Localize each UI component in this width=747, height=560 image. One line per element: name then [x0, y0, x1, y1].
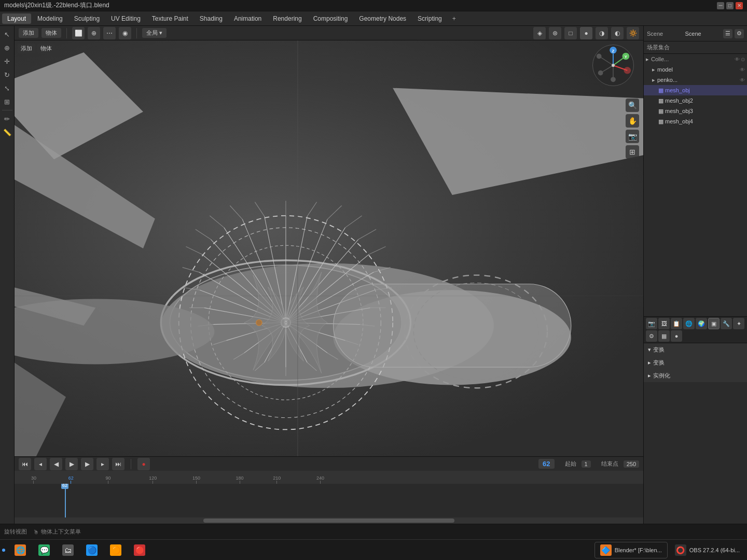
xray-btn[interactable]: □: [564, 27, 577, 39]
outliner-item-penko[interactable]: ▸ penko... 👁: [644, 75, 747, 85]
svg-point-87: [611, 77, 616, 82]
outliner-item-mesh4[interactable]: ▦ mesh_obj4: [644, 116, 747, 127]
viewlayer-props-btn[interactable]: 📋: [671, 318, 682, 329]
end-frame[interactable]: 250: [624, 460, 639, 468]
world-props-btn[interactable]: 🌍: [696, 318, 707, 329]
scene-settings-btn[interactable]: ⚙: [735, 29, 744, 38]
solid-shading-btn[interactable]: ●: [580, 27, 592, 39]
tool-transform[interactable]: ⊞: [1, 95, 13, 108]
taskbar-obs[interactable]: ⭕ OBS 27.2.4 (64-bi...: [670, 542, 745, 558]
taskbar-files[interactable]: 🗂: [57, 542, 79, 558]
tool-measure[interactable]: 📏: [1, 126, 13, 138]
tab-animation[interactable]: Animation: [229, 13, 267, 24]
timeline-first-frame-btn[interactable]: ⏮: [19, 458, 31, 470]
timeline-play-btn[interactable]: ▶: [65, 458, 78, 470]
zoom-in-icon[interactable]: 🔍: [626, 99, 639, 112]
close-btn[interactable]: ✕: [736, 2, 743, 9]
outliner-item-model[interactable]: ▸ model 👁: [644, 64, 747, 75]
physics-props-btn[interactable]: ⚙: [646, 330, 657, 342]
taskbar-blender[interactable]: 🔷 Blender* [F:\blen...: [594, 542, 668, 558]
taskbar-app4[interactable]: 🔵: [81, 542, 103, 558]
render-props-btn[interactable]: 📷: [646, 318, 657, 329]
tab-uv-editing[interactable]: UV Editing: [106, 13, 146, 24]
gizmo-btn[interactable]: ⊛: [549, 27, 561, 39]
add-mode-btn[interactable]: 添加: [18, 44, 35, 53]
taskbar-app5[interactable]: 🟠: [105, 542, 127, 558]
global-transform-btn[interactable]: 全局 ▾: [142, 28, 167, 38]
output-props-btn[interactable]: 🖼: [658, 318, 670, 329]
particles-props-btn[interactable]: ✦: [733, 318, 744, 329]
minimize-btn[interactable]: ─: [717, 2, 724, 9]
overlays-btn[interactable]: ◈: [533, 27, 546, 39]
timeline-playhead[interactable]: 62: [65, 484, 66, 517]
tool-move[interactable]: ✛: [1, 55, 13, 67]
modifier-props-btn[interactable]: 🔧: [721, 318, 732, 329]
snap-icon[interactable]: ⋯: [103, 27, 116, 39]
timeline-next-frame-btn[interactable]: ▶: [81, 458, 93, 470]
data-props-btn[interactable]: ▦: [658, 330, 670, 342]
instance-section-header[interactable]: ▸ 实例化: [644, 369, 747, 382]
tab-rendering[interactable]: Rendering: [268, 13, 307, 24]
tab-scripting[interactable]: Scripting: [412, 13, 447, 24]
taskbar-browser[interactable]: 🌐: [9, 542, 31, 558]
timeline-scrollbar[interactable]: [15, 517, 643, 524]
outliner-item-mesh2[interactable]: ▦ mesh_obj2: [644, 95, 747, 106]
tab-geometry-nodes[interactable]: Geometry Nodes: [354, 13, 411, 24]
timeline-record-btn[interactable]: ●: [137, 458, 150, 470]
transform2-section: ▸ 变换: [644, 356, 747, 369]
material-props-btn[interactable]: ●: [671, 330, 682, 342]
tool-scale[interactable]: ⤡: [1, 82, 13, 94]
tool-rotate[interactable]: ↻: [1, 68, 13, 81]
start-frame[interactable]: 1: [582, 460, 591, 468]
cursor-snap-icon[interactable]: ⊕: [88, 27, 100, 39]
transform-section: ▾ 变换: [644, 343, 747, 356]
outliner-item-mesh3[interactable]: ▦ mesh_obj3: [644, 106, 747, 116]
tab-texture-paint[interactable]: Texture Paint: [147, 13, 193, 24]
timeline-prev-frame-btn[interactable]: ◀: [50, 458, 62, 470]
camera-icon[interactable]: 📷: [626, 130, 639, 143]
proportional-edit-icon[interactable]: ◉: [119, 27, 131, 39]
tool-cursor[interactable]: ⊕: [1, 41, 13, 54]
scene-props-btn[interactable]: 🌐: [683, 318, 695, 329]
object-menu-btn[interactable]: 物体: [42, 28, 61, 38]
rendered-shading-btn[interactable]: ◐: [611, 27, 624, 39]
timeline-last-frame-btn[interactable]: ⏭: [112, 458, 125, 470]
ortho-icon[interactable]: ⊞: [626, 145, 639, 159]
outliner-item-mesh1[interactable]: ▦ mesh_obj: [644, 85, 747, 95]
viewport-header: 添加 物体 ⬜ ⊕ ⋯ ◉ 全局 ▾ ◈ ⊛ □: [15, 26, 643, 40]
material-shading-btn[interactable]: ◑: [596, 27, 608, 39]
tab-modeling[interactable]: Modeling: [32, 13, 68, 24]
tab-shading[interactable]: Shading: [195, 13, 228, 24]
timeline-next-keyframe-btn[interactable]: ▸: [96, 458, 109, 470]
tab-compositing[interactable]: Compositing: [308, 13, 353, 24]
svg-point-83: [598, 71, 603, 76]
object-mode-btn[interactable]: 物体: [37, 44, 55, 53]
maximize-btn[interactable]: □: [726, 2, 734, 9]
obs-label: OBS 27.2.4 (64-bi...: [689, 547, 740, 553]
taskbar-wechat[interactable]: 💬: [33, 542, 55, 558]
tab-sculpting[interactable]: Sculpting: [69, 13, 105, 24]
blender-icon: 🔷: [600, 544, 612, 556]
outliner-item-collection[interactable]: ▸ Colle... 👁 ⊙: [644, 54, 747, 64]
tab-layout[interactable]: Layout: [2, 13, 31, 24]
tool-select[interactable]: ↖: [1, 28, 13, 40]
object-props-btn[interactable]: ▣: [708, 318, 720, 329]
add-menu-btn[interactable]: 添加: [19, 28, 38, 38]
outliner-header: 场景集合: [644, 41, 747, 54]
tool-annotate[interactable]: ✏: [1, 113, 13, 125]
scene-name: Scene: [685, 31, 701, 37]
playhead-marker: 62: [61, 484, 68, 489]
transform2-section-header[interactable]: ▸ 变换: [644, 356, 747, 369]
ruler-mark-180: 180: [236, 475, 244, 484]
3d-viewport[interactable]: Z Y: [15, 40, 643, 456]
eevee-shading-btn[interactable]: 🔆: [627, 27, 639, 39]
pan-icon[interactable]: ✋: [626, 114, 639, 128]
timeline-prev-keyframe-btn[interactable]: ◂: [34, 458, 47, 470]
viewport-shading-icon[interactable]: ⬜: [72, 27, 85, 39]
taskbar-app6[interactable]: 🔴: [129, 542, 150, 558]
add-workspace-btn[interactable]: +: [448, 13, 460, 24]
scene-filter-btn[interactable]: ☰: [723, 29, 732, 38]
transform-section-header[interactable]: ▾ 变换: [644, 343, 747, 356]
timeline-keyframes[interactable]: 62: [15, 484, 643, 517]
svg-point-85: [597, 54, 602, 59]
